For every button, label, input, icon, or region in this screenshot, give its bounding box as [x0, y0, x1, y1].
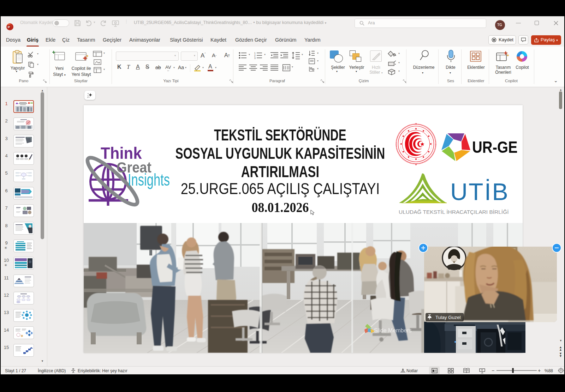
- svg-text:2: 2: [254, 54, 256, 57]
- svg-text:1: 1: [254, 52, 256, 54]
- svg-text:3: 3: [254, 57, 256, 59]
- svg-text:Tulay Guzel: Tulay Guzel: [435, 315, 461, 320]
- svg-text:P: P: [8, 25, 10, 29]
